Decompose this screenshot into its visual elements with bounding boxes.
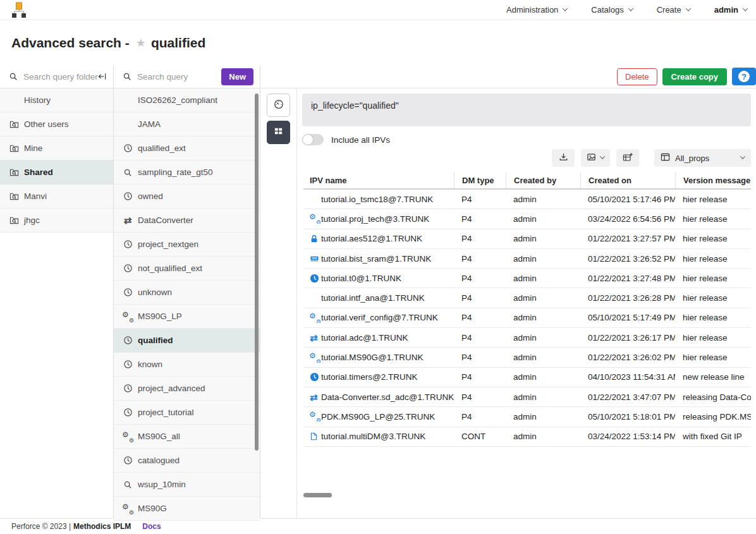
query-list-item[interactable]: not_qualified_ext [114,257,260,281]
help-button[interactable]: ? [732,68,756,85]
folder-list-item[interactable]: History [0,88,113,112]
ipv-name-text: PDK.MS90G_LP@25.TRUNK [321,412,435,422]
query-list-item[interactable]: catalogued [114,449,260,473]
query-list-item[interactable]: ISO26262_compliant [114,88,260,112]
created-by-cell: admin [506,333,580,343]
column-header-ipv-name[interactable]: IPV name [303,172,454,188]
queries-search-input[interactable] [137,72,221,82]
table-row[interactable]: ⚙⚙ tutorial.proj_tech@3.TRUNK P4 admin 0… [303,209,751,229]
folder-list-item[interactable]: jhgc [0,209,113,233]
toggle-knob [303,135,313,145]
query-list-item[interactable]: unknown [114,281,260,305]
table-row[interactable]: ⚙⚙ PDK.MS90G_LP@25.TRUNK P4 admin 05/10/… [303,407,751,427]
queries-search-bar: New [114,65,260,88]
folder-list-item-label: Shared [24,167,53,177]
table-row[interactable]: ⇄ Data-Converter.sd_adc@1.TRUNK P4 admin… [303,387,751,407]
create-copy-button[interactable]: Create copy [662,68,727,85]
query-list-item[interactable]: wsup_10min [114,473,260,497]
created-on-cell: 05/10/2021 5:18:01 PM [580,412,675,422]
top-nav-item[interactable]: Create [657,5,690,15]
query-list-item[interactable]: project_advanced [114,377,260,401]
column-header-dm-type[interactable]: DM type [454,172,506,188]
folder-list-item[interactable]: Shared [0,161,113,185]
query-list-item-label: catalogued [138,456,180,465]
folder-list-item[interactable]: Mine [0,137,113,161]
created-by-cell: admin [506,234,580,243]
created-by-cell: admin [506,432,580,441]
query-list: ISO26262_compliant JAMA qualified_ext sa… [114,88,260,521]
query-list-item[interactable]: project_tutorial [114,401,260,425]
top-nav-item[interactable]: Administration [506,5,567,15]
query-list-item-label: owned [138,191,163,201]
created-on-cell: 05/10/2021 5:17:46 PM [580,195,675,204]
ipv-type-icon: ⚙⚙ [310,214,321,224]
query-detail-panel: Delete Create copy ? [260,65,756,518]
table-row[interactable]: ⚙⚙ tutorial.MS90G@1.TRUNK P4 admin 01/22… [303,348,751,367]
column-header-version-message[interactable]: Version message ↑ [675,172,751,188]
query-list-item[interactable]: qualified [114,329,260,353]
folder-list-item-label: History [24,95,51,105]
gauge-icon [274,99,284,112]
table-row[interactable]: ⚙⚙ tutorial.verif_config@7.TRUNK P4 admi… [303,308,751,328]
dashboard-view-button[interactable] [267,94,290,117]
created-on-cell: 01/22/2021 3:27:48 PM [580,274,675,283]
top-nav-item[interactable]: admin [714,5,747,15]
query-list-item[interactable]: owned [114,185,260,209]
query-expression-box[interactable]: ip_lifecycle="qualified" [302,94,751,126]
table-row[interactable]: tutorial.multiDM@3.TRUNK CONT admin 03/2… [303,427,751,447]
collapse-panel-icon[interactable] [98,73,107,80]
created-by-cell: admin [506,353,580,362]
query-list-item[interactable]: JAMA [114,112,260,137]
download-button[interactable] [552,149,575,167]
results-table: IPV name DM type Created by Created on V… [303,172,751,447]
table-row[interactable]: tutorial.aes512@1.TRUNK P4 admin 01/22/2… [303,229,751,249]
created-by-cell: admin [506,214,580,224]
export-image-button[interactable] [581,149,610,167]
ipv-name-cell: tutorial.io_tsmc18@7.TRUNK [303,195,454,204]
created-on-cell: 03/24/2022 6:54:56 PM [580,214,675,224]
table-row[interactable]: tutorial.bist_sram@1.TRUNK P4 admin 01/2… [303,249,751,269]
ipv-name-text: tutorial.multiDM@3.TRUNK [321,432,425,441]
column-header-created-on[interactable]: Created on [580,172,675,188]
created-by-cell: admin [506,293,580,303]
query-list-item[interactable]: ⚙⚙ MS90G_LP [114,305,260,329]
query-list-item[interactable]: ⚙⚙ MS90G [114,497,260,521]
query-list-item[interactable]: ⚙⚙ MS90G_all [114,425,260,449]
folder-list-item[interactable]: Manvi [0,185,113,209]
query-list-item[interactable]: known [114,353,260,377]
app-logo[interactable] [10,1,28,19]
ipv-name-cell: tutorial.multiDM@3.TRUNK [303,432,454,441]
query-list-item[interactable]: sampling_rate_gt50 [114,161,260,185]
table-row[interactable]: tutorial.t0@1.TRUNK P4 admin 01/22/2021 … [303,269,751,288]
column-header-created-by[interactable]: Created by [506,172,580,188]
favorite-star-icon[interactable]: ★ [136,36,146,50]
delete-button[interactable]: Delete [617,68,657,85]
table-row[interactable]: tutorial.intf_ana@1.TRUNK P4 admin 01/22… [303,288,751,308]
query-list-item-label: wsup_10min [138,480,186,489]
table-row[interactable]: tutorial.io_tsmc18@7.TRUNK P4 admin 05/1… [303,190,751,209]
folder-search-icon [9,215,19,225]
props-select[interactable]: All_props [654,149,751,167]
top-nav: Administration Catalogs Create admin [506,5,747,15]
dm-type-cell: P4 [454,372,506,382]
folder-list-item[interactable]: Other users [0,112,113,137]
new-query-button[interactable]: New [221,68,253,85]
docs-link[interactable]: Docs [142,522,161,531]
vertical-scrollbar[interactable] [255,94,259,451]
folders-search-input[interactable] [23,72,98,82]
query-list-item[interactable]: project_nextgen [114,233,260,257]
include-all-ipvs-toggle[interactable] [302,134,324,145]
horizontal-scrollbar[interactable] [303,493,332,497]
dm-type-cell: P4 [454,392,506,402]
query-list-item[interactable]: qualified_ext [114,137,260,161]
table-view-button[interactable] [267,121,290,144]
top-nav-item[interactable]: Catalogs [591,5,632,15]
folder-list-item-label: jhgc [24,215,40,225]
chevron-down-icon [563,6,568,11]
table-row[interactable]: tutorial.timers@2.TRUNK P4 admin 04/10/2… [303,368,751,387]
page-title-query-name: qualified [151,35,205,51]
ipv-name-cell: ⚙⚙ tutorial.proj_tech@3.TRUNK [303,214,454,224]
table-row[interactable]: ⇄ tutorial.adc@1.TRUNK P4 admin 01/22/20… [303,328,751,348]
add-table-button[interactable] [616,149,639,167]
query-list-item[interactable]: ⇄ DataConverter [114,209,260,233]
